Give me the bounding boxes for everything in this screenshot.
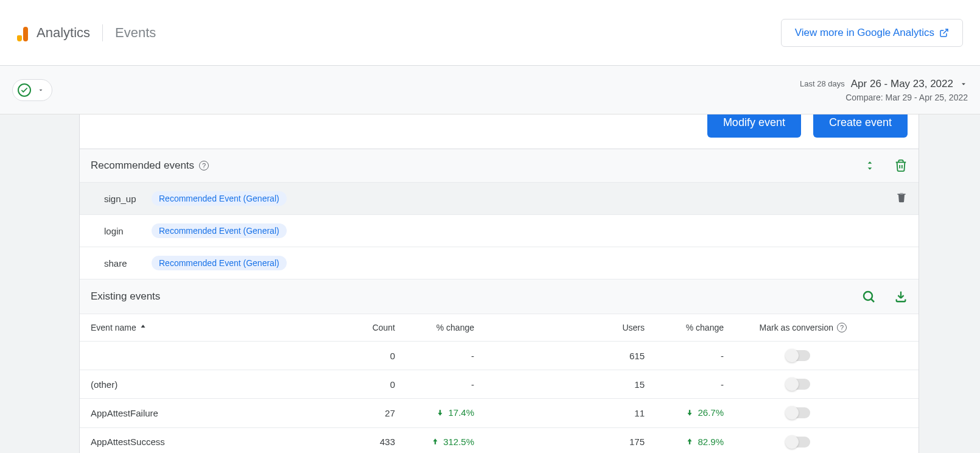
svg-line-2 bbox=[872, 300, 875, 303]
create-event-button[interactable]: Create event bbox=[813, 114, 908, 138]
expand-collapse-icon[interactable] bbox=[864, 160, 876, 172]
modify-event-button[interactable]: Modify event bbox=[707, 114, 801, 138]
event-name-cell: AppAttestSuccess bbox=[91, 437, 322, 447]
col-event-name[interactable]: Event name bbox=[91, 323, 322, 332]
recommended-title: Recommended events bbox=[91, 160, 194, 172]
count-cell: 433 bbox=[322, 437, 395, 447]
recommended-section-header: Recommended events ? bbox=[80, 149, 919, 183]
change-count-cell: 17.4% bbox=[395, 407, 474, 419]
recommended-event-name: share bbox=[104, 258, 141, 269]
svg-point-1 bbox=[864, 292, 872, 300]
existing-title: Existing events bbox=[91, 290, 160, 303]
change-users-cell: - bbox=[645, 351, 724, 361]
help-icon[interactable]: ? bbox=[199, 161, 209, 170]
events-table-body: 0-615-(other)0-15-AppAttestFailure2717.4… bbox=[80, 342, 919, 453]
col-change-count[interactable]: % change bbox=[395, 323, 474, 332]
change-count-cell: - bbox=[395, 379, 474, 390]
col-count[interactable]: Count bbox=[322, 323, 395, 332]
existing-section-header: Existing events bbox=[80, 279, 919, 314]
view-more-button[interactable]: View more in Google Analytics bbox=[781, 19, 963, 47]
count-cell: 0 bbox=[322, 379, 395, 390]
app-header: Analytics Events View more in Google Ana… bbox=[0, 0, 980, 66]
date-range-picker[interactable]: Last 28 days Apr 26 - May 23, 2022 Compa… bbox=[800, 78, 968, 102]
events-card: Modify event Create event Recommended ev… bbox=[79, 114, 919, 453]
trash-icon[interactable] bbox=[894, 159, 908, 172]
help-icon[interactable]: ? bbox=[837, 323, 847, 332]
search-icon[interactable] bbox=[861, 289, 876, 304]
brand-area: Analytics Events bbox=[17, 24, 156, 41]
conversion-toggle[interactable] bbox=[786, 407, 810, 418]
recommended-event-name: sign_up bbox=[104, 194, 141, 204]
recommended-row-login[interactable]: login Recommended Event (General) bbox=[80, 215, 919, 247]
card-actions-row: Modify event Create event bbox=[80, 114, 919, 149]
analytics-logo-icon bbox=[17, 24, 28, 41]
users-cell: 175 bbox=[474, 437, 645, 447]
change-count-cell: - bbox=[395, 351, 474, 361]
count-cell: 27 bbox=[322, 408, 395, 418]
change-users-cell: 26.7% bbox=[645, 407, 724, 419]
trash-icon[interactable] bbox=[895, 191, 908, 203]
conversion-toggle[interactable] bbox=[786, 437, 810, 448]
view-more-label: View more in Google Analytics bbox=[795, 27, 934, 39]
brand-text: Analytics bbox=[37, 25, 90, 41]
svg-line-0 bbox=[943, 29, 948, 33]
users-cell: 15 bbox=[474, 379, 645, 390]
sort-asc-icon bbox=[139, 323, 147, 332]
table-row[interactable]: AppAttestSuccess433312.5%17582.9% bbox=[80, 428, 919, 454]
change-users-cell: - bbox=[645, 379, 724, 390]
recommended-badge: Recommended Event (General) bbox=[152, 256, 287, 270]
date-compare-label: Compare: Mar 29 - Apr 25, 2022 bbox=[800, 93, 968, 102]
users-cell: 615 bbox=[474, 351, 645, 361]
event-name-cell: (other) bbox=[91, 379, 322, 390]
arrow-down-icon bbox=[436, 409, 444, 417]
change-users-cell: 82.9% bbox=[645, 437, 724, 448]
filter-bar: Last 28 days Apr 26 - May 23, 2022 Compa… bbox=[0, 66, 980, 114]
date-preset-label: Last 28 days bbox=[800, 79, 845, 88]
main-content: Modify event Create event Recommended ev… bbox=[0, 114, 980, 453]
count-cell: 0 bbox=[322, 351, 395, 361]
recommended-event-name: login bbox=[104, 226, 141, 236]
table-row[interactable]: AppAttestFailure2717.4%1126.7% bbox=[80, 399, 919, 428]
open-in-new-icon bbox=[939, 28, 949, 38]
events-table-header: Event name Count % change Users % change… bbox=[80, 314, 919, 342]
col-users[interactable]: Users bbox=[474, 323, 645, 332]
conversion-toggle[interactable] bbox=[786, 350, 810, 361]
recommended-badge: Recommended Event (General) bbox=[152, 223, 287, 238]
change-count-cell: 312.5% bbox=[395, 437, 474, 448]
date-range-value: Apr 26 - May 23, 2022 bbox=[851, 78, 953, 90]
divider bbox=[102, 24, 103, 41]
chevron-down-icon bbox=[37, 86, 44, 94]
recommended-badge: Recommended Event (General) bbox=[152, 191, 287, 206]
download-icon[interactable] bbox=[894, 290, 908, 303]
col-mark-conversion: Mark as conversion ? bbox=[724, 323, 908, 332]
arrow-up-icon bbox=[685, 437, 694, 446]
users-cell: 11 bbox=[474, 408, 645, 418]
event-name-cell: AppAttestFailure bbox=[91, 408, 322, 418]
table-row[interactable]: 0-615- bbox=[80, 342, 919, 370]
recommended-row-sign-up[interactable]: sign_up Recommended Event (General) bbox=[80, 183, 919, 215]
page-title: Events bbox=[115, 25, 156, 41]
table-row[interactable]: (other)0-15- bbox=[80, 370, 919, 399]
status-chip[interactable] bbox=[12, 79, 52, 101]
col-change-users[interactable]: % change bbox=[645, 323, 724, 332]
conversion-toggle[interactable] bbox=[786, 379, 810, 390]
arrow-up-icon bbox=[431, 437, 439, 446]
check-circle-icon bbox=[18, 83, 31, 97]
recommended-row-share[interactable]: share Recommended Event (General) bbox=[80, 247, 919, 279]
arrow-down-icon bbox=[685, 409, 694, 417]
caret-down-icon bbox=[959, 80, 968, 88]
